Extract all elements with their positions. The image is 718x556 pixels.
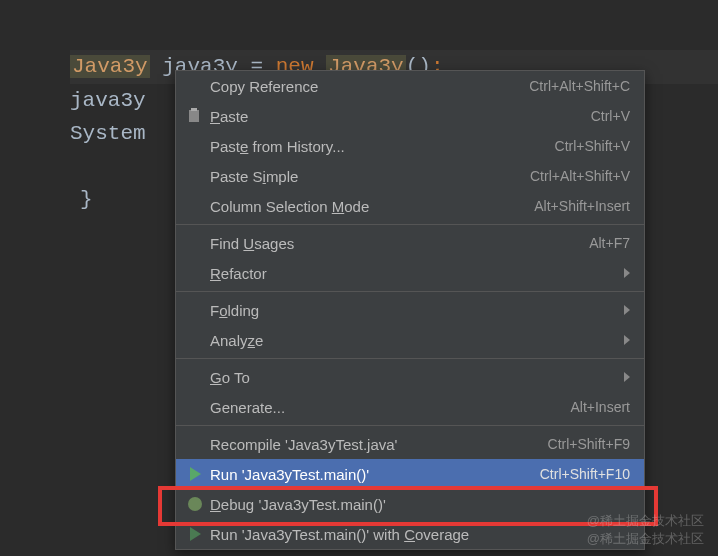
menu-label: Copy Reference (206, 78, 517, 95)
menu-generate[interactable]: Generate... Alt+Insert (176, 392, 644, 422)
menu-label: Analyze (206, 332, 624, 349)
menu-run-coverage[interactable]: Run 'Java3yTest.main()' with Coverage (176, 519, 644, 549)
menu-analyze[interactable]: Analyze (176, 325, 644, 355)
watermark: @稀土掘金技术社区 (587, 512, 704, 530)
menu-separator (176, 358, 644, 359)
debug-icon (184, 497, 206, 511)
menu-label: Paste from History... (206, 138, 543, 155)
menu-column-selection[interactable]: Column Selection Mode Alt+Shift+Insert (176, 191, 644, 221)
menu-run[interactable]: Run 'Java3yTest.main()' Ctrl+Shift+F10 (176, 459, 644, 489)
watermark: @稀土掘金技术社区 (587, 530, 704, 548)
menu-shortcut: Ctrl+Shift+F9 (536, 436, 630, 452)
menu-label: Find Usages (206, 235, 577, 252)
menu-paste-history[interactable]: Paste from History... Ctrl+Shift+V (176, 131, 644, 161)
menu-debug[interactable]: Debug 'Java3yTest.main()' (176, 489, 644, 519)
menu-label: Paste Simple (206, 168, 518, 185)
menu-recompile[interactable]: Recompile 'Java3yTest.java' Ctrl+Shift+F… (176, 429, 644, 459)
menu-shortcut: Ctrl+Alt+Shift+C (517, 78, 630, 94)
menu-separator (176, 425, 644, 426)
menu-shortcut: Alt+Shift+Insert (522, 198, 630, 214)
submenu-arrow-icon (624, 372, 630, 382)
menu-label: Column Selection Mode (206, 198, 522, 215)
menu-shortcut: Ctrl+Alt+Shift+V (518, 168, 630, 184)
menu-label: Recompile 'Java3yTest.java' (206, 436, 536, 453)
menu-label: Refactor (206, 265, 624, 282)
menu-goto[interactable]: Go To (176, 362, 644, 392)
submenu-arrow-icon (624, 305, 630, 315)
type-token: Java3y (70, 55, 150, 78)
menu-shortcut: Ctrl+Shift+V (543, 138, 630, 154)
menu-shortcut: Ctrl+V (579, 108, 630, 124)
submenu-arrow-icon (624, 335, 630, 345)
menu-refactor[interactable]: Refactor (176, 258, 644, 288)
svg-rect-1 (191, 108, 197, 111)
submenu-arrow-icon (624, 268, 630, 278)
menu-shortcut: Alt+F7 (577, 235, 630, 251)
menu-find-usages[interactable]: Find Usages Alt+F7 (176, 228, 644, 258)
menu-copy-reference[interactable]: Copy Reference Ctrl+Alt+Shift+C (176, 71, 644, 101)
menu-label: Debug 'Java3yTest.main()' (206, 496, 630, 513)
menu-label: Folding (206, 302, 624, 319)
menu-separator (176, 224, 644, 225)
menu-label: Run 'Java3yTest.main()' (206, 466, 528, 483)
menu-paste-simple[interactable]: Paste Simple Ctrl+Alt+Shift+V (176, 161, 644, 191)
menu-separator (176, 291, 644, 292)
menu-paste[interactable]: Paste Ctrl+V (176, 101, 644, 131)
context-menu: Copy Reference Ctrl+Alt+Shift+C Paste Ct… (175, 70, 645, 550)
run-coverage-icon (184, 527, 206, 541)
paste-icon (184, 108, 206, 124)
menu-shortcut: Alt+Insert (558, 399, 630, 415)
svg-rect-0 (189, 110, 199, 122)
menu-shortcut: Ctrl+Shift+F10 (528, 466, 630, 482)
menu-label: Run 'Java3yTest.main()' with Coverage (206, 526, 630, 543)
run-icon (184, 467, 206, 481)
menu-label: Generate... (206, 399, 558, 416)
menu-label: Go To (206, 369, 624, 386)
menu-folding[interactable]: Folding (176, 295, 644, 325)
menu-label: Paste (206, 108, 579, 125)
